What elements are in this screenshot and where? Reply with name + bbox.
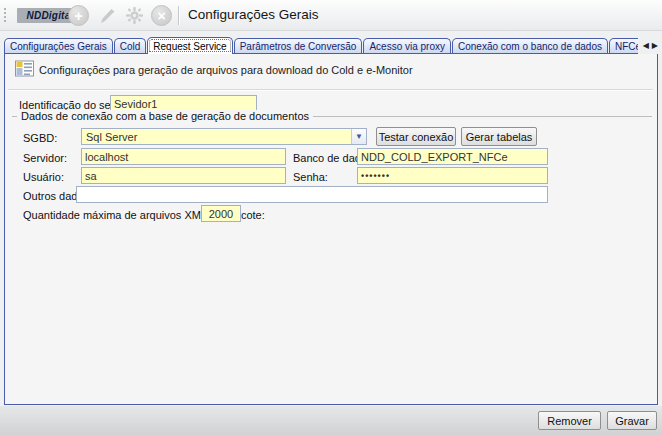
- servidor-label: Servidor:: [23, 152, 67, 164]
- close-icon[interactable]: ×: [151, 5, 172, 26]
- form-settings-icon: [15, 60, 34, 77]
- tab-cold[interactable]: Cold: [114, 38, 147, 53]
- tab-parametros-de-conversao[interactable]: Parâmetros de Conversão: [234, 38, 363, 53]
- tab-request-service[interactable]: Request Service: [147, 37, 232, 54]
- senha-label: Senha:: [293, 171, 328, 183]
- servidor-input[interactable]: [81, 148, 286, 165]
- footer-bar: Remover Gravar: [0, 406, 662, 435]
- gerar-tabelas-button[interactable]: Gerar tabelas: [461, 127, 537, 146]
- gravar-button[interactable]: Gravar: [607, 411, 657, 430]
- tab-conexao-banco-de-dados[interactable]: Conexão com o banco de dados: [452, 38, 608, 53]
- banco-de-dados-input[interactable]: [357, 148, 548, 165]
- gear-glyph: [125, 6, 144, 25]
- gear-icon[interactable]: [124, 5, 145, 26]
- tab-acesso-via-proxy[interactable]: Acesso via proxy: [363, 38, 451, 53]
- sgbd-label: SGBD:: [23, 132, 57, 144]
- outros-dados-input[interactable]: [76, 186, 548, 203]
- pencil-glyph: [97, 6, 117, 26]
- tab-strip: Configurações Gerais Cold Request Servic…: [4, 36, 658, 54]
- toolbar: NDDigital +: [0, 0, 662, 31]
- chevron-down-icon: ▼: [351, 129, 366, 144]
- description-divider: [8, 89, 653, 90]
- senha-input[interactable]: [357, 167, 548, 184]
- sgbd-selected-value: Sql Server: [82, 131, 351, 143]
- testar-conexao-button[interactable]: Testar conexão: [376, 127, 456, 146]
- toolbar-separator: [178, 6, 179, 25]
- quantidade-input[interactable]: [201, 205, 241, 222]
- tab-page-panel: Configurações para geração de arquivos p…: [4, 53, 658, 405]
- panel-description: Configurações para geração de arquivos p…: [39, 64, 413, 76]
- sgbd-dropdown[interactable]: Sql Server ▼: [81, 128, 367, 145]
- page-title: Configurações Gerais: [188, 7, 319, 22]
- tab-configuracoes-gerais[interactable]: Configurações Gerais: [4, 38, 113, 53]
- tab-scroll-left-icon[interactable]: ◀: [643, 41, 649, 50]
- edit-pencil-icon[interactable]: [96, 5, 117, 26]
- tab-scroll-right-icon[interactable]: ▶: [652, 41, 658, 50]
- usuario-input[interactable]: [81, 167, 286, 184]
- add-icon[interactable]: +: [68, 5, 89, 26]
- toolbar-grip[interactable]: [3, 7, 7, 24]
- tab-scroll-arrows: ◀ ▶: [638, 36, 658, 54]
- usuario-label: Usuário:: [23, 171, 64, 183]
- groupbox-title: Dados de conexão com a base de geração d…: [17, 110, 313, 122]
- remover-button[interactable]: Remover: [538, 411, 601, 430]
